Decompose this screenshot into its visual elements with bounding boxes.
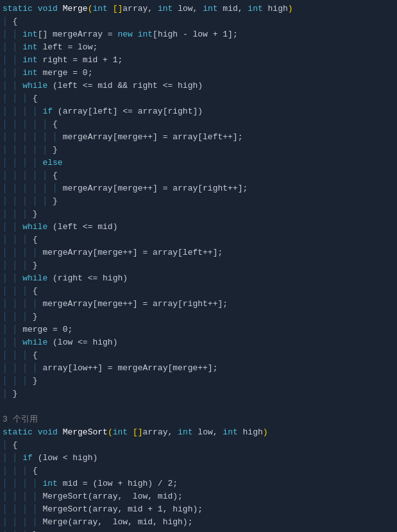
token-kw: int (22, 42, 37, 52)
indent-pipes: │ │ │ │ (3, 157, 42, 169)
code-line: │ │ │ │ MergeSort(array, low, mid); (0, 490, 397, 503)
code-line: │ │ │ │ mergeArray[merge++] = array[righ… (0, 298, 397, 311)
token-plain: { (33, 286, 38, 296)
indent-pipes: │ │ │ │ │ (3, 195, 53, 208)
code-line: │ │ merge = 0; (0, 323, 397, 336)
token-plain (33, 4, 38, 13)
token-plain: { (33, 466, 38, 476)
token-fn: Merge (63, 4, 88, 13)
code-line: │ │ │ { (0, 465, 397, 477)
code-line: │ { (0, 15, 397, 28)
token-plain: { (53, 171, 58, 180)
token-kw: static (3, 4, 33, 13)
token-plain: array, (122, 4, 158, 13)
line-content: { (53, 169, 58, 182)
indent-pipes: │ │ │ (3, 311, 33, 323)
token-plain: { (33, 94, 38, 103)
line-content: if (low < high) (22, 452, 97, 465)
indent-pipes: │ │ │ (3, 465, 33, 477)
token-kw: int (138, 30, 153, 39)
token-bracket: [] (133, 427, 143, 437)
token-plain: } (33, 261, 38, 270)
token-plain: merge = 0; (38, 68, 93, 78)
token-kw: int (22, 30, 37, 39)
indent-pipes: │ │ (3, 221, 22, 234)
line-content: array[low++] = mergeArray[merge++]; (42, 362, 217, 375)
token-plain: { (33, 235, 38, 245)
code-line: │ │ if (low < high) (0, 452, 397, 465)
line-content: while (left <= mid) (22, 221, 117, 234)
token-plain: } (53, 145, 58, 155)
token-plain: mid, (218, 4, 248, 13)
code-line: │ │ │ { (0, 234, 397, 246)
code-line: │ │ │ │ int mid = (low + high) / 2; (0, 477, 397, 490)
code-line: │ │ int right = mid + 1; (0, 54, 397, 67)
token-plain: [] mergeArray = (38, 30, 118, 39)
token-fn: MergeSort (63, 427, 108, 437)
code-line: │ │ │ } (0, 259, 397, 272)
token-kw: while (22, 273, 47, 283)
token-plain: (left <= mid) (47, 222, 117, 232)
token-plain: { (33, 350, 38, 360)
line-content: Merge(array, low, mid, high); (42, 516, 192, 529)
indent-pipes: │ │ │ │ │ (3, 169, 53, 182)
line-content: int[] mergeArray = new int[high - low + … (22, 28, 237, 41)
line-content: while (low <= high) (22, 336, 117, 349)
indent-pipes: │ │ (3, 67, 22, 80)
code-line: │ │ │ │ if (array[left] <= array[right]) (0, 105, 397, 118)
code-line: │ │ int left = low; (0, 41, 397, 54)
token-plain (133, 30, 138, 39)
line-content: while (left <= mid && right <= high) (22, 80, 203, 92)
line-content: int right = mid + 1; (22, 54, 122, 67)
token-kw: int (158, 4, 173, 13)
line-content: int mid = (low + high) / 2; (42, 477, 178, 490)
code-line: │ │ │ │ │ { (0, 169, 397, 182)
token-plain: mergeArray[merge++] = array[right++]; (63, 184, 248, 193)
token-plain: (array[left] <= array[right]) (53, 107, 203, 116)
indent-pipes: │ │ │ │ (3, 503, 42, 516)
line-content: mergeArray[merge++] = array[left++]; (63, 131, 243, 144)
token-kw: int (113, 427, 128, 437)
indent-pipes: │ │ │ │ (3, 105, 42, 118)
indent-pipes: │ │ (3, 323, 22, 336)
token-kw: int (223, 427, 237, 437)
token-plain: high (263, 4, 288, 13)
token-bracket: ) (263, 427, 268, 437)
token-plain: mergeArray[merge++] = array[left++]; (63, 132, 243, 142)
token-plain: } (53, 196, 58, 206)
indent-pipes: │ │ │ │ (3, 477, 42, 490)
token-plain: { (13, 17, 18, 26)
token-plain: low, (193, 427, 223, 437)
code-line: │ │ │ } (0, 311, 397, 323)
token-plain: (right <= high) (47, 273, 128, 283)
line-content: { (13, 439, 18, 452)
token-plain: } (13, 389, 18, 399)
token-plain: { (13, 440, 18, 450)
code-line: static void Merge(int []array, int low, … (0, 3, 397, 15)
code-line: │ │ │ │ │ { (0, 118, 397, 131)
token-plain: merge = 0; (22, 325, 72, 334)
token-kw: if (22, 453, 33, 463)
code-line: static void MergeSort(int []array, int l… (0, 426, 397, 439)
indent-pipes: │ │ │ │ (3, 516, 42, 529)
token-kw: int (178, 427, 192, 437)
code-line: │ { (0, 439, 397, 452)
line-content: } (53, 144, 58, 157)
code-line: │ │ │ { (0, 92, 397, 105)
line-content: mergeArray[merge++] = array[right++]; (63, 182, 248, 195)
indent-pipes: │ │ │ │ │ (3, 144, 53, 157)
token-plain: (low <= high) (47, 338, 117, 347)
token-plain: } (33, 376, 38, 386)
token-kw: while (22, 222, 47, 232)
token-plain: mergeArray[merge++] = array[right++]; (42, 299, 228, 309)
indent-pipes: │ │ (3, 28, 22, 41)
token-plain: mid = (low + high) / 2; (58, 479, 178, 488)
token-plain: Merge(array, low, mid, high); (42, 517, 192, 527)
line-content: static void MergeSort(int []array, int l… (3, 426, 268, 439)
token-plain: right = mid + 1; (38, 55, 123, 65)
line-content: { (33, 285, 38, 298)
code-editor: static void Merge(int []array, int low, … (0, 0, 397, 532)
code-line: 3 个引用 (0, 413, 397, 426)
line-content: } (33, 375, 38, 388)
token-kw: int (22, 68, 37, 78)
